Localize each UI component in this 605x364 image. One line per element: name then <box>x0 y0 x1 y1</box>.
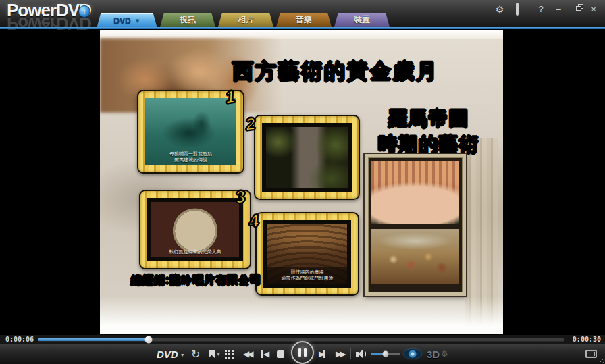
menu-heading-line1: 羅馬帝國 <box>365 106 493 132</box>
powerdvd-window: PowerDVD PowerDVD ↑ DVD ▼ 視訊 相片 音樂 裝置 ⚙ <box>0 0 605 364</box>
menu-bottom-fade <box>100 296 503 334</box>
video-stage: 西方藝術的黃金歲月 羅馬帝國 時期的藝術 母狼哺育一對雙胞胎 羅馬建城的傳說 1 <box>0 29 605 335</box>
fast-forward-button[interactable]: ▶▶ <box>336 346 344 362</box>
speaker-wave-shape <box>363 350 366 357</box>
grid-dots-shape <box>225 350 227 352</box>
next-icon: ▶ <box>319 350 323 358</box>
menu-item-3-caption: 執行凱旋歸來的光榮大典 <box>151 249 239 255</box>
speaker-cone-shape <box>358 350 363 358</box>
wolf-statue-thumbnail: 母狼哺育一對雙胞胎 羅馬建城的傳說 <box>145 98 236 165</box>
garden-statue-thumbnail <box>262 123 352 192</box>
tab-bar: DVD ▼ 視訊 相片 音樂 裝置 <box>97 13 392 27</box>
pause-button[interactable] <box>291 341 314 364</box>
display-switch-button[interactable] <box>585 346 597 362</box>
volume-slider[interactable] <box>371 353 400 355</box>
tab-dvd[interactable]: DVD ▼ <box>97 13 157 28</box>
divider <box>529 5 529 14</box>
seek-bar[interactable] <box>38 338 564 341</box>
menu-item-2[interactable] <box>254 115 360 200</box>
previous-icon: ◀ <box>263 350 267 358</box>
distributor-text: 總經銷:龍吟唱片有限公司 <box>131 274 261 288</box>
tab-dvd-label: DVD <box>113 16 130 26</box>
upgrade-icon[interactable]: ↑ <box>78 5 90 18</box>
resize-grip[interactable] <box>598 357 604 363</box>
menu-heading: 羅馬帝國 時期的藝術 <box>365 106 493 157</box>
battle-painting-image <box>371 229 459 284</box>
close-button[interactable]: × <box>587 4 600 15</box>
titlebar: PowerDVD PowerDVD ↑ DVD ▼ 視訊 相片 音樂 裝置 ⚙ <box>0 0 605 27</box>
stop-button[interactable] <box>277 346 284 362</box>
tv-icon-shape <box>516 3 519 16</box>
next-bar-shape <box>323 350 325 358</box>
rewind-button[interactable]: ◀◀ <box>243 346 251 362</box>
dvd-menu-video[interactable]: 西方藝術的黃金歲月 羅馬帝國 時期的藝術 母狼哺育一對雙胞胎 羅馬建城的傳說 1 <box>100 30 503 334</box>
app-logo-reflection: PowerDVD <box>7 15 91 32</box>
next-button[interactable]: ▶ <box>319 346 325 362</box>
tab-video-label: 視訊 <box>180 14 196 26</box>
repeat-icon[interactable]: ↻ <box>191 346 200 362</box>
minimize-button[interactable]: – <box>552 4 564 15</box>
total-time: 0:00:30 <box>570 336 601 343</box>
chevron-down-icon[interactable]: ▼ <box>135 18 140 24</box>
seek-thumb[interactable] <box>144 336 152 343</box>
menu-item-1-caption: 母狼哺育一對雙胞胎 羅馬建城的傳說 <box>145 151 236 163</box>
help-button[interactable]: ? <box>535 4 547 15</box>
stone-relief-thumbnail: 執行凱旋歸來的光榮大典 <box>147 198 243 261</box>
chapter-grid-icon[interactable] <box>225 346 234 362</box>
colosseum-interior-thumbnail: 競技場內的廣場 通常作為鬥劍或鬥獸用途 <box>263 220 351 288</box>
tab-photo-label: 相片 <box>238 14 254 26</box>
prev-bar-shape <box>261 350 263 358</box>
volume-thumb[interactable] <box>383 350 389 357</box>
divider <box>350 348 351 359</box>
pause-icon <box>304 348 307 357</box>
truetheater-eye-icon[interactable] <box>404 349 421 359</box>
menu-item-4-caption: 競技場內的廣場 通常作為鬥劍或鬥獸用途 <box>267 269 347 281</box>
rewind-icon: ◀◀ <box>243 350 251 358</box>
tv-mode-icon[interactable] <box>511 4 523 15</box>
menu-item-4[interactable]: 競技場內的廣場 通常作為鬥劍或鬥獸用途 <box>255 212 359 296</box>
menu-item-3[interactable]: 執行凱旋歸來的光榮大典 <box>139 190 251 269</box>
control-bar: DVD ▼ ↻ ▼ ◀◀ ◀ ▶ ▶▶ <box>0 344 605 364</box>
tab-photo[interactable]: 相片 <box>218 13 273 27</box>
fast-forward-icon: ▶▶ <box>336 350 344 358</box>
accent-line <box>0 27 605 29</box>
tab-device[interactable]: 裝置 <box>334 13 390 27</box>
stop-icon <box>277 350 284 358</box>
window-controls: ⚙ ? – × <box>494 4 600 15</box>
tab-music-label: 音樂 <box>296 14 312 26</box>
seek-fill <box>38 338 149 341</box>
elapsed-time: 0:00:06 <box>5 336 35 343</box>
3d-button[interactable]: 3D <box>427 346 440 362</box>
mute-button[interactable] <box>356 346 366 362</box>
colosseum-exterior-image <box>371 161 459 224</box>
bookmark-flag-shape <box>209 350 215 358</box>
display-icon <box>585 350 597 358</box>
bookmark-icon[interactable]: ▼ <box>209 346 221 362</box>
previous-button[interactable]: ◀ <box>261 346 267 362</box>
tab-music[interactable]: 音樂 <box>276 13 332 27</box>
chevron-down-icon: ▼ <box>216 352 221 357</box>
dvd-menu-button[interactable]: DVD ▼ <box>157 346 185 362</box>
dvd-menu-label: DVD <box>157 348 178 360</box>
tab-video[interactable]: 視訊 <box>160 13 215 27</box>
divider <box>240 348 240 359</box>
restore-button[interactable] <box>570 4 582 15</box>
roman-art-panel <box>365 154 466 296</box>
tab-device-label: 裝置 <box>354 14 370 26</box>
menu-title: 西方藝術的黃金歲月 <box>232 57 439 86</box>
3d-settings-gear-icon[interactable]: ⚙ <box>441 346 448 362</box>
pause-icon <box>298 348 301 357</box>
settings-gear-icon[interactable]: ⚙ <box>494 4 506 15</box>
chevron-down-icon: ▼ <box>180 353 185 357</box>
